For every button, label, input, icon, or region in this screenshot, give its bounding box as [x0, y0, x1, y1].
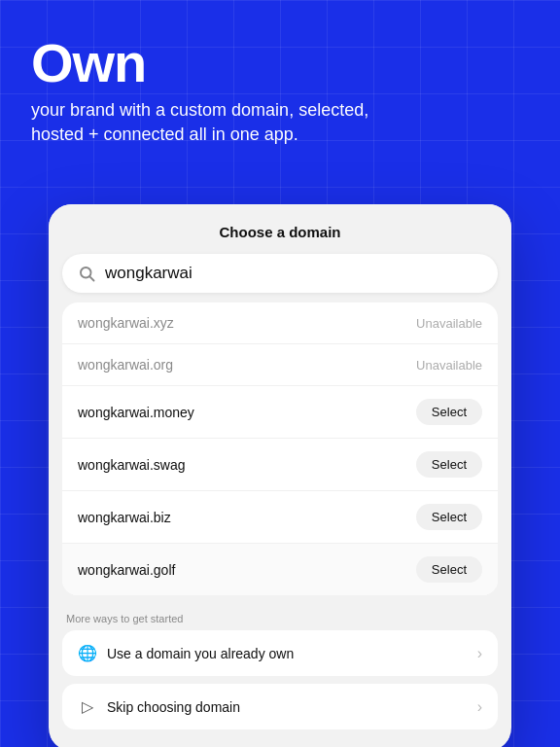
domain-row: wongkarwai.org Unavailable	[62, 344, 498, 386]
chevron-right-icon: ›	[477, 645, 482, 662]
use-own-domain-label: Use a domain you already own	[107, 646, 468, 661]
skip-domain-row[interactable]: ▷ Skip choosing domain ›	[62, 684, 498, 729]
hero-section: Own your brand with a custom domain, sel…	[31, 35, 529, 147]
card-title: Choose a domain	[72, 224, 488, 254]
domain-name: wongkarwai.biz	[78, 510, 171, 525]
more-ways-section: More ways to get started 🌐 Use a domain …	[62, 603, 498, 729]
domain-chooser-card: Choose a domain wongkarwai wongkarwai.xy…	[49, 204, 511, 747]
domain-row: wongkarwai.money Select	[62, 386, 498, 439]
domain-list: wongkarwai.xyz Unavailable wongkarwai.or…	[62, 302, 498, 595]
hero-subtitle: your brand with a custom domain, selecte…	[31, 98, 401, 147]
select-domain-button[interactable]: Select	[416, 556, 482, 583]
domain-name: wongkarwai.money	[78, 405, 194, 420]
more-ways-label: More ways to get started	[62, 603, 498, 630]
domain-row: wongkarwai.swag Select	[62, 439, 498, 491]
domain-name: wongkarwai.golf	[78, 562, 175, 578]
select-domain-button[interactable]: Select	[416, 451, 482, 478]
search-icon	[78, 265, 95, 282]
skip-domain-label: Skip choosing domain	[107, 699, 468, 715]
domain-name: wongkarwai.org	[78, 357, 173, 373]
hero-title: Own	[31, 35, 529, 92]
card-bottom-padding	[49, 737, 511, 747]
svg-line-1	[89, 276, 93, 280]
search-bar[interactable]: wongkarwai	[62, 254, 498, 293]
card-header: Choose a domain	[49, 204, 511, 254]
globe-icon: 🌐	[78, 644, 97, 662]
use-own-domain-row[interactable]: 🌐 Use a domain you already own ›	[62, 630, 498, 676]
domain-name: wongkarwai.xyz	[78, 315, 174, 331]
domain-row: wongkarwai.golf Select	[62, 544, 498, 595]
search-value: wongkarwai	[105, 264, 192, 283]
select-domain-button[interactable]: Select	[416, 399, 482, 425]
domain-row: wongkarwai.biz Select	[62, 491, 498, 544]
skip-icon: ▷	[78, 697, 97, 716]
domain-row: wongkarwai.xyz Unavailable	[62, 302, 498, 344]
domain-status: Unavailable	[416, 358, 482, 373]
select-domain-button[interactable]: Select	[416, 504, 482, 530]
domain-status: Unavailable	[416, 316, 482, 331]
chevron-right-icon: ›	[477, 698, 482, 716]
domain-name: wongkarwai.swag	[78, 457, 186, 473]
